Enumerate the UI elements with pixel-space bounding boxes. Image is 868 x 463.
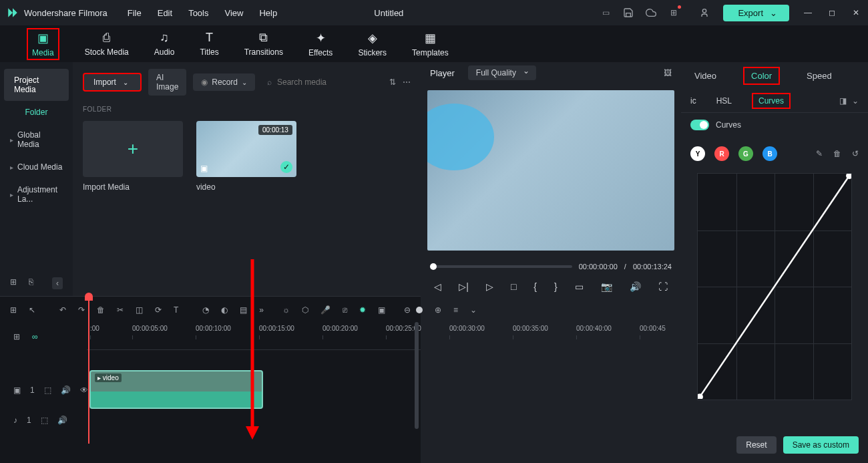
lock-icon[interactable]: ⬚: [41, 416, 48, 425]
maximize-icon[interactable]: ◻: [827, 7, 837, 18]
new-bin-icon[interactable]: ⎘: [29, 277, 33, 289]
close-icon[interactable]: ✕: [851, 7, 861, 18]
export-button[interactable]: Export⌄: [723, 5, 789, 21]
shield-icon[interactable]: ⬡: [302, 305, 308, 315]
timeline-scrollbar[interactable]: [415, 322, 419, 429]
redo-icon[interactable]: ↷: [78, 305, 85, 315]
cloud-icon[interactable]: [646, 7, 656, 18]
tab-video[interactable]: Video: [694, 71, 716, 81]
cut-icon[interactable]: ✂: [117, 305, 124, 315]
view-mode-icon[interactable]: ≡: [453, 305, 458, 315]
search-input[interactable]: [277, 78, 377, 87]
view-dropdown-icon[interactable]: ⌄: [470, 305, 477, 315]
nav-stock-media[interactable]: ⎙Stock Media: [85, 31, 129, 57]
sidebar-cloud-media[interactable]: ▸Cloud Media: [0, 156, 73, 178]
save-icon[interactable]: [623, 7, 634, 18]
nav-templates[interactable]: ▦Templates: [412, 31, 449, 57]
pointer-icon[interactable]: ↖: [29, 305, 35, 315]
delete-point-icon[interactable]: 🗑: [833, 149, 841, 158]
device-icon[interactable]: ▭: [600, 7, 611, 18]
keyframe-icon[interactable]: ◔: [202, 305, 209, 315]
mark-out-icon[interactable]: }: [554, 281, 558, 292]
import-media-card[interactable]: + Import Media: [83, 121, 183, 192]
markers-icon[interactable]: ✹: [359, 305, 366, 315]
zoom-in-icon[interactable]: ⊕: [435, 305, 441, 315]
timeline-ruler[interactable]: :00 00:00:05:00 00:00:10:00 00:00:15:00 …: [87, 323, 421, 350]
tab-speed[interactable]: Speed: [807, 71, 832, 81]
back-icon[interactable]: ▷|: [459, 281, 469, 292]
snapshot-icon[interactable]: ▣: [378, 305, 385, 315]
preview-viewport[interactable]: [427, 90, 674, 251]
menu-edit[interactable]: Edit: [158, 8, 172, 18]
nav-media[interactable]: ▣Media: [27, 28, 59, 60]
track-manager-icon[interactable]: ⊞: [13, 332, 20, 341]
account-icon[interactable]: [699, 7, 710, 18]
curves-graph[interactable]: [697, 173, 852, 400]
save-custom-button[interactable]: Save as custom: [783, 436, 859, 454]
chevron-down-icon[interactable]: ⌄: [852, 96, 859, 106]
nav-transitions[interactable]: ⧉Transitions: [244, 31, 283, 57]
video-clip-card[interactable]: 00:00:13 ▣ ✓ video: [196, 121, 296, 192]
nav-stickers[interactable]: ◈Stickers: [358, 31, 387, 57]
nav-effects[interactable]: ✦Effects: [308, 31, 333, 57]
import-button[interactable]: Import⌄: [83, 73, 142, 92]
play-icon[interactable]: ▷: [486, 281, 493, 292]
video-clip[interactable]: ▸ video: [89, 370, 263, 409]
subtab-basic[interactable]: ic: [690, 96, 696, 106]
sidebar-project-media[interactable]: Project Media: [4, 69, 69, 101]
channel-red[interactable]: R: [714, 146, 729, 161]
reset-button[interactable]: Reset: [736, 436, 776, 454]
video-track[interactable]: ▣1 ⬚ 🔊 👁 ▸ video: [0, 370, 421, 410]
volume-icon[interactable]: 🔊: [630, 281, 641, 292]
filter-icon[interactable]: ⇅: [389, 78, 396, 87]
subtab-hsl[interactable]: HSL: [716, 96, 732, 106]
text-icon[interactable]: T: [174, 305, 178, 315]
curves-toggle[interactable]: [690, 120, 709, 130]
color-icon[interactable]: ◐: [221, 305, 228, 315]
eyedropper-icon[interactable]: ✎: [816, 149, 823, 158]
new-folder-icon[interactable]: ⊞: [10, 277, 17, 289]
crop-icon[interactable]: ◫: [136, 305, 143, 315]
sidebar-adjustment-layer[interactable]: ▸Adjustment La...: [0, 178, 73, 210]
collapse-icon[interactable]: ‹: [52, 277, 63, 289]
nav-titles[interactable]: TTitles: [200, 31, 218, 57]
sidebar-global-media[interactable]: ▸Global Media: [0, 124, 73, 156]
more-icon[interactable]: ⋯: [403, 78, 411, 87]
tab-color[interactable]: Color: [743, 67, 780, 85]
seek-bar[interactable]: [430, 265, 572, 268]
audio-track[interactable]: ♪1 ⬚ 🔊: [0, 410, 421, 430]
channel-luma[interactable]: Y: [690, 146, 705, 161]
zoom-out-icon[interactable]: ⊖: [404, 305, 411, 315]
brightness-icon[interactable]: ☼: [282, 305, 290, 315]
record-button[interactable]: ◉Record⌄: [193, 73, 255, 91]
link-icon[interactable]: ∞: [32, 332, 38, 341]
more-tools-icon[interactable]: »: [259, 305, 264, 315]
undo-icon[interactable]: ↶: [59, 305, 66, 315]
camera-icon[interactable]: 📷: [601, 281, 612, 292]
mask-icon[interactable]: ▤: [240, 305, 247, 315]
fullscreen-icon[interactable]: ⛶: [658, 281, 668, 292]
mute-icon[interactable]: 🔊: [57, 416, 67, 425]
apps-icon[interactable]: ⊞: [668, 7, 679, 18]
grid-icon[interactable]: ⊞: [10, 305, 17, 315]
ai-image-button[interactable]: AI Image: [148, 69, 186, 96]
subtab-curves[interactable]: Curves: [752, 93, 791, 109]
quality-dropdown[interactable]: Full Quality: [468, 65, 536, 80]
channel-green[interactable]: G: [738, 146, 753, 161]
channel-blue[interactable]: B: [763, 146, 777, 161]
prev-frame-icon[interactable]: ◁: [434, 281, 441, 292]
mixer-icon[interactable]: ⎚: [343, 305, 347, 315]
lock-icon[interactable]: ⬚: [44, 385, 51, 395]
mic-icon[interactable]: 🎤: [320, 305, 331, 315]
delete-icon[interactable]: 🗑: [97, 305, 105, 315]
mute-icon[interactable]: 🔊: [61, 385, 71, 395]
snapshot-icon[interactable]: 🖼: [664, 68, 672, 78]
menu-file[interactable]: File: [128, 8, 142, 18]
sidebar-folder[interactable]: Folder: [0, 101, 73, 124]
compare-icon[interactable]: ◨: [839, 96, 847, 106]
playhead[interactable]: [88, 297, 89, 444]
reset-curve-icon[interactable]: ↺: [852, 149, 859, 158]
mark-in-icon[interactable]: {: [533, 281, 537, 292]
speed-icon[interactable]: ⟳: [155, 305, 162, 315]
display-icon[interactable]: ▭: [575, 281, 584, 292]
